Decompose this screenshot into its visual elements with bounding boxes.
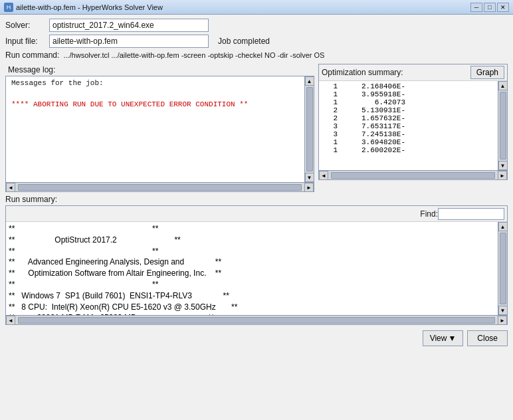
vscroll-up-arrow[interactable]: ▲ [305, 76, 314, 86]
hscroll-thumb[interactable] [18, 184, 302, 191]
graph-button[interactable]: Graph [470, 66, 504, 79]
rs-line-0: ** ** [9, 223, 495, 235]
title-bar: H ailette-with-op.fem - HyperWorks Solve… [0, 0, 513, 15]
main-content: Solver: Input file: Job completed Run co… [0, 15, 513, 420]
msg-line-2 [9, 88, 302, 99]
message-log-section: Message log: Messages for the job: **** … [5, 64, 314, 192]
view-btn-label: View [430, 334, 447, 343]
solver-label: Solver: [5, 21, 45, 30]
message-log-vscrollbar[interactable]: ▲ ▼ [304, 76, 314, 182]
message-log-text: Messages for the job: **** ABORTING RUN … [6, 76, 304, 182]
rs-hscroll-right[interactable]: ► [498, 316, 507, 325]
close-window-button[interactable]: ✕ [497, 3, 509, 12]
opt-vscrollbar[interactable]: ▲ ▼ [498, 81, 507, 170]
optimization-summary-panel: Optimization summary: Graph 12.168406E- … [318, 64, 508, 180]
vscroll-thumb[interactable] [306, 87, 313, 171]
run-summary-text: ** ** ** OptiStruct 2017.2 ** ** [6, 222, 498, 315]
optimization-data: 12.168406E- 13.955918E- 16.42073 25.1309… [319, 81, 498, 170]
opt-row-9: 12.600202E- [322, 146, 495, 154]
app-icon: H [4, 3, 13, 12]
optimization-header: Optimization summary: Graph [319, 64, 507, 81]
rs-vscroll-thumb[interactable] [500, 233, 506, 304]
opt-hscroll-right[interactable]: ► [498, 171, 507, 180]
rs-vscrollbar[interactable]: ▲ ▼ [498, 222, 507, 315]
close-button[interactable]: Close [467, 330, 508, 346]
opt-row-4: 25.130931E- [322, 106, 495, 114]
run-summary-body: ** ** ** OptiStruct 2017.2 ** ** [6, 222, 507, 315]
find-label: Find: [420, 209, 438, 219]
opt-row-1: 12.168406E- [322, 82, 495, 90]
rs-hscroll-left[interactable]: ◄ [6, 316, 15, 325]
window-title: ailette-with-op.fem - HyperWorks Solver … [16, 3, 163, 11]
rs-line-1: ** OptiStruct 2017.2 ** [9, 235, 495, 246]
opt-col2-9: 2.600202E- [339, 146, 405, 154]
message-log-body: Messages for the job: **** ABORTING RUN … [6, 76, 314, 182]
maximize-button[interactable]: □ [484, 3, 496, 12]
msg-line-3: **** ABORTING RUN DUE TO UNEXPECTED ERRO… [9, 99, 302, 110]
run-command-label: Run command: [5, 51, 59, 60]
find-input[interactable] [438, 208, 504, 220]
rs-vscroll-down[interactable]: ▼ [498, 306, 508, 315]
panels-wrapper: Message log: Messages for the job: **** … [5, 64, 508, 192]
opt-col1-3: 1 [324, 98, 338, 106]
opt-col1-6: 3 [324, 122, 338, 130]
opt-col2-6: 7.653117E- [339, 122, 405, 130]
hscroll-right-arrow[interactable]: ► [304, 183, 314, 192]
rs-line-2: ** ** [9, 246, 495, 257]
opt-col1-4: 2 [324, 106, 338, 114]
opt-col1-1: 1 [324, 82, 338, 90]
rs-line-3: ** Advanced Engineering Analysis, Design… [9, 257, 495, 268]
minimize-button[interactable]: ─ [470, 3, 482, 12]
title-controls[interactable]: ─ □ ✕ [470, 3, 509, 12]
opt-row-7: 37.245138E- [322, 130, 495, 138]
rs-line-4: ** Optimization Software from Altair Eng… [9, 268, 495, 279]
opt-col2-7: 7.245138E- [339, 130, 405, 138]
opt-vscroll-up[interactable]: ▲ [498, 81, 508, 90]
rs-hscroll-thumb[interactable] [18, 317, 495, 324]
run-summary-section: Run summary: Find: ** ** ** OptiStruct 2… [5, 195, 508, 325]
rs-line-7: ** 8 CPU: Intel(R) Xeon(R) CPU E5-1620 v… [9, 302, 495, 313]
rs-vscroll-up[interactable]: ▲ [498, 222, 508, 231]
job-status: Job completed [218, 37, 270, 46]
opt-col1-8: 1 [324, 138, 338, 146]
opt-row-2: 13.955918E- [322, 90, 495, 98]
msg-line-1: Messages for the job: [9, 78, 302, 88]
inputfile-label: Input file: [5, 37, 45, 46]
opt-row-8: 13.694820E- [322, 138, 495, 146]
run-summary-label: Run summary: [5, 195, 508, 204]
rs-hscrollbar[interactable]: ◄ ► [6, 315, 507, 324]
opt-col1-2: 1 [324, 90, 338, 98]
opt-col2-5: 1.657632E- [339, 114, 405, 122]
opt-col2-1: 2.168406E- [339, 82, 405, 90]
opt-col2-8: 3.694820E- [339, 138, 405, 146]
vscroll-down-arrow[interactable]: ▼ [305, 173, 314, 182]
opt-hscroll-thumb[interactable] [331, 172, 495, 179]
title-bar-left: H ailette-with-op.fem - HyperWorks Solve… [4, 3, 163, 12]
inputfile-row: Input file: Job completed [5, 35, 508, 48]
opt-vscroll-thumb[interactable] [500, 92, 506, 159]
view-button[interactable]: View ▼ [423, 330, 464, 346]
run-command-value: .../hwsolver.tcl .../ailette-with-op.fem… [63, 51, 324, 59]
message-log-panel: Messages for the job: **** ABORTING RUN … [5, 76, 314, 192]
message-log-hscrollbar[interactable]: ◄ ► [6, 182, 314, 191]
message-log-label: Message log: [5, 64, 314, 76]
opt-col2-3: 6.42073 [339, 98, 405, 106]
solver-row: Solver: [5, 19, 508, 32]
bottom-bar: View ▼ Close [5, 328, 508, 349]
optimization-body: 12.168406E- 13.955918E- 16.42073 25.1309… [319, 81, 507, 170]
hscroll-left-arrow[interactable]: ◄ [6, 183, 15, 192]
opt-col1-5: 2 [324, 114, 338, 122]
find-bar: Find: [6, 206, 507, 222]
opt-col2-2: 3.955918E- [339, 90, 405, 98]
opt-hscrollbar[interactable]: ◄ ► [319, 170, 507, 179]
opt-vscroll-down[interactable]: ▼ [498, 161, 508, 170]
opt-col1-7: 3 [324, 130, 338, 138]
inputfile-input[interactable] [49, 35, 209, 48]
run-command-row: Run command: .../hwsolver.tcl .../ailett… [5, 51, 508, 60]
optimization-label: Optimization summary: [322, 68, 403, 77]
opt-col2-4: 5.130931E- [339, 106, 405, 114]
opt-hscroll-left[interactable]: ◄ [319, 171, 328, 180]
rs-line-6: ** Windows 7 SP1 (Build 7601) ENSI1-TP4-… [9, 290, 495, 302]
solver-input[interactable] [49, 19, 209, 32]
optimization-summary-section: Optimization summary: Graph 12.168406E- … [318, 64, 508, 192]
